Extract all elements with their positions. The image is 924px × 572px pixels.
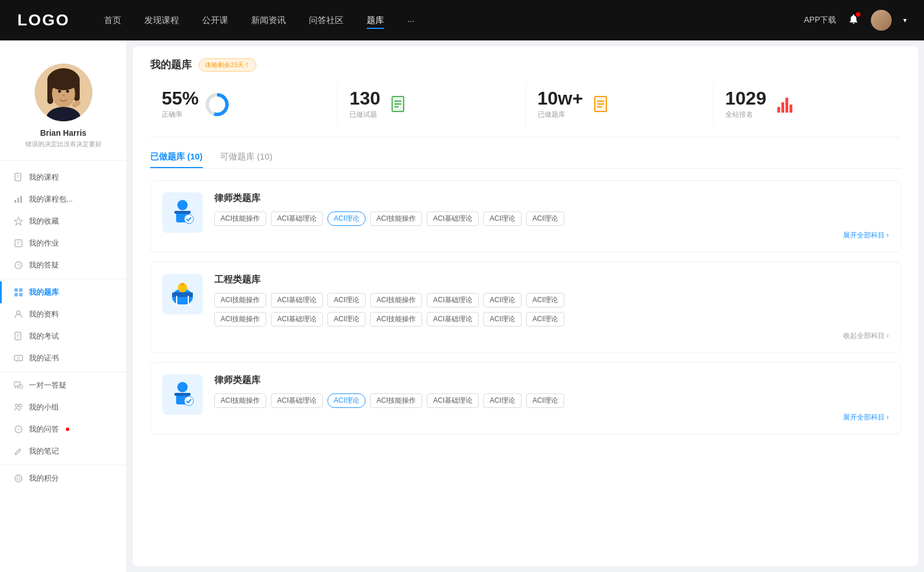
tag-0-5[interactable]: ACI理论 [483,211,521,226]
nav-qa[interactable]: 问答社区 [309,12,344,29]
sidebar-item-favorites[interactable]: 我的收藏 [0,210,126,232]
tags-row-1b: ACI技能操作 ACI基础理论 ACI理论 ACI技能操作 ACI基础理论 AC… [214,312,889,326]
nav-more[interactable]: ··· [407,13,415,28]
tag-1b-0[interactable]: ACI技能操作 [214,312,266,326]
tag-0-6[interactable]: ACI理论 [526,211,564,226]
tag-2-4[interactable]: ACI基础理论 [427,393,479,408]
page-title: 我的题库 [150,58,192,72]
nav-news[interactable]: 新闻资讯 [251,12,286,29]
cert-icon [14,354,23,363]
notification-bell[interactable] [848,13,859,27]
tag-1b-6[interactable]: ACI理论 [526,312,564,326]
tag-2-5[interactable]: ACI理论 [483,393,521,408]
sidebar-item-profile[interactable]: 我的资料 [0,303,126,325]
svg-rect-24 [19,288,23,292]
tag-1a-6[interactable]: ACI理论 [526,293,564,307]
tag-0-0[interactable]: ACI技能操作 [214,211,266,226]
tag-1a-0[interactable]: ACI技能操作 [214,293,266,307]
tag-1b-4[interactable]: ACI基础理论 [427,312,479,326]
sidebar-item-1on1[interactable]: 一对一答疑 [0,374,126,396]
sidebar-item-qa[interactable]: ? 我的答疑 [0,254,126,276]
bank-icon-lawyer2 [162,374,203,415]
tags-row-1a: ACI技能操作 ACI基础理论 ACI理论 ACI技能操作 ACI基础理论 AC… [214,293,889,307]
circle-chart-icon [206,93,229,116]
rank-icon [773,93,796,116]
expand-link-2[interactable]: 展开全部科目 › [214,413,889,422]
stat-done-questions: 130 已做试题 [338,83,526,125]
nav-discover[interactable]: 发现课程 [144,12,179,29]
sidebar-item-myqa[interactable]: ? 我的问答 [0,418,126,440]
tag-1b-2[interactable]: ACI理论 [327,312,366,326]
user-menu-chevron[interactable]: ▾ [903,16,907,24]
main-container: Brian Harris 错误的决定比没有决定要好 我的课程 我的课程包... … [0,40,924,572]
doc-green-icon [390,95,408,114]
sidebar-item-homework[interactable]: 我的作业 [0,232,126,254]
tag-2-2[interactable]: ACI理论 [327,393,366,408]
user-avatar[interactable] [871,10,892,31]
svg-point-33 [17,357,20,359]
svg-point-56 [177,200,188,210]
done-banks-icon [590,93,613,116]
tag-1a-1[interactable]: ACI基础理论 [271,293,323,307]
tag-2-0[interactable]: ACI技能操作 [214,393,266,408]
rank-value: 1029 [725,89,766,107]
rank-label: 全站排名 [725,110,766,120]
profile-avatar [35,64,92,121]
tag-2-3[interactable]: ACI技能操作 [370,393,422,408]
tag-0-2[interactable]: ACI理论 [327,211,366,226]
app-download-button[interactable]: APP下载 [804,15,836,25]
tag-2-1[interactable]: ACI基础理论 [271,393,323,408]
sidebar-item-coursepack[interactable]: 我的课程包... [0,188,126,210]
svg-rect-26 [19,293,23,296]
bank-content-1: 工程类题库 ACI技能操作 ACI基础理论 ACI理论 ACI技能操作 ACI基… [214,274,889,341]
tag-1a-3[interactable]: ACI技能操作 [370,293,422,307]
svg-rect-23 [14,288,18,292]
tag-1b-3[interactable]: ACI技能操作 [370,312,422,326]
collapse-link-1[interactable]: 收起全部科目 › [214,331,889,341]
nav-questionbank[interactable]: 题库 [367,12,384,29]
tag-2-6[interactable]: ACI理论 [526,393,564,408]
tag-0-3[interactable]: ACI技能操作 [370,211,422,226]
stats-row: 55% 正确率 130 已做试题 [150,83,901,138]
sidebar-item-notes[interactable]: 我的笔记 [0,440,126,462]
tag-1a-2[interactable]: ACI理论 [327,293,366,307]
nav-home[interactable]: 首页 [104,12,121,29]
tab-available[interactable]: 可做题库 (10) [220,151,273,168]
nav-opencourse[interactable]: 公开课 [202,12,228,29]
bank-title-2: 律师类题库 [214,374,889,387]
svg-marker-17 [14,217,23,225]
avatar-svg [35,64,92,121]
qa-icon: ? [14,425,23,434]
tag-1b-1[interactable]: ACI基础理论 [271,312,323,326]
nav-links: 首页 发现课程 公开课 新闻资讯 问答社区 题库 ··· [104,12,804,29]
sidebar-item-points[interactable]: 我的积分 [0,467,126,489]
page-header: 我的题库 体验剩余23天！ [150,58,901,72]
tab-done[interactable]: 已做题库 (10) [150,151,203,168]
sidebar-item-certificate[interactable]: 我的证书 [0,347,126,369]
logo: LOGO [17,11,69,29]
svg-line-34 [17,361,17,362]
sidebar-item-exam[interactable]: 我的考试 [0,325,126,347]
sidebar-item-group[interactable]: 我的小组 [0,396,126,418]
divider2 [0,372,126,372]
bar-chart-icon [14,195,23,204]
bank-icon-lawyer [162,192,203,233]
done-questions-icon [388,93,411,116]
svg-rect-63 [181,283,184,285]
tag-1a-5[interactable]: ACI理论 [483,293,521,307]
sidebar-item-questionbank[interactable]: 我的题库 [0,281,126,303]
tag-1a-4[interactable]: ACI基础理论 [427,293,479,307]
expand-link-0[interactable]: 展开全部科目 › [214,231,889,240]
bar-chart-red-icon [777,96,792,113]
svg-point-7 [62,95,65,96]
doc-icon [14,173,23,182]
content-area: 我的题库 体验剩余23天！ 55% 正确率 130 已做试题 [133,46,918,566]
sidebar-item-course[interactable]: 我的课程 [0,166,126,188]
accuracy-value: 55% [162,89,199,107]
svg-point-38 [16,404,18,407]
svg-rect-16 [20,196,22,203]
chat-icon [14,381,23,390]
tag-1b-5[interactable]: ACI理论 [483,312,521,326]
tag-0-4[interactable]: ACI基础理论 [427,211,479,226]
tag-0-1[interactable]: ACI基础理论 [271,211,323,226]
